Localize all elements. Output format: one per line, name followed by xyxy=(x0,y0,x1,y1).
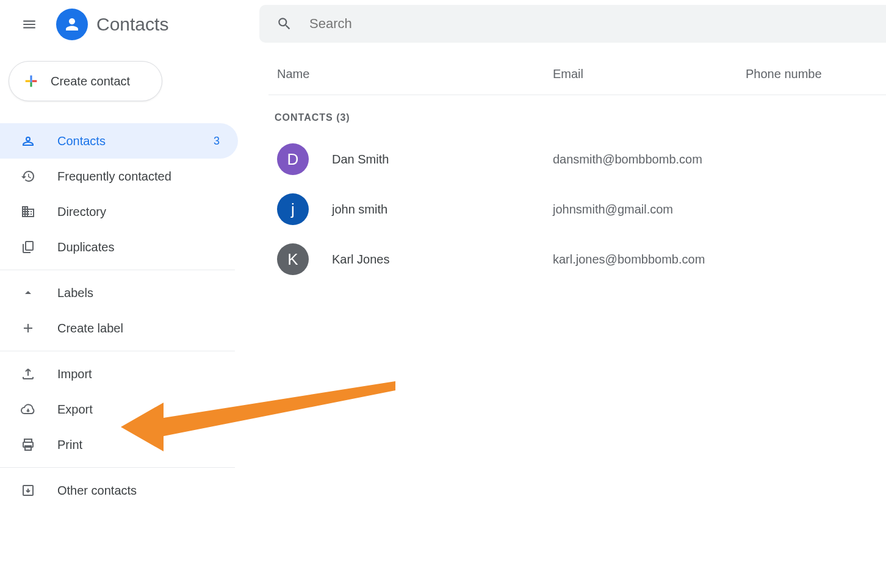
hamburger-icon xyxy=(21,16,37,32)
sidebar-action-export[interactable]: Export xyxy=(0,392,238,427)
avatar: D xyxy=(277,143,309,175)
person-icon xyxy=(63,15,81,34)
nav-list: Contacts 3 Frequently contacted Director… xyxy=(0,123,238,265)
hamburger-menu-button[interactable] xyxy=(15,10,44,39)
labels-header-label: Labels xyxy=(57,286,220,300)
person-outline-icon xyxy=(21,134,35,148)
divider xyxy=(0,351,235,351)
sidebar-item-other-contacts[interactable]: Other contacts xyxy=(0,473,238,508)
cloud-download-icon xyxy=(21,402,35,417)
chevron-up-icon xyxy=(21,285,35,300)
sidebar-action-import[interactable]: Import xyxy=(0,356,238,392)
search-icon xyxy=(276,16,292,32)
print-icon xyxy=(21,437,35,452)
contacts-logo xyxy=(56,9,88,40)
sidebar-item-contacts[interactable]: Contacts 3 xyxy=(0,123,238,159)
domain-icon xyxy=(21,204,35,219)
contact-email: karl.jones@bombbomb.com xyxy=(553,253,705,267)
main-content: Name Email Phone numbe CONTACTS (3) D Da… xyxy=(268,61,886,284)
copy-icon xyxy=(21,240,35,254)
sidebar-item-count: 3 xyxy=(214,135,220,148)
contact-name: Dan Smith xyxy=(332,152,553,167)
divider xyxy=(0,270,235,270)
column-header-email: Email xyxy=(553,67,746,81)
sidebar-item-frequently-contacted[interactable]: Frequently contacted xyxy=(0,159,238,194)
sidebar-item-label: Other contacts xyxy=(57,484,220,498)
sidebar-action-label: Export xyxy=(57,403,220,417)
archive-icon xyxy=(21,483,35,498)
create-contact-label: Create contact xyxy=(51,74,130,88)
sidebar-action-label: Import xyxy=(57,367,220,381)
labels-toggle[interactable]: Labels xyxy=(0,275,238,310)
contact-name: john smith xyxy=(332,203,553,217)
contact-row[interactable]: j john smith johnsmith@gmail.com xyxy=(268,184,886,234)
contact-email: dansmith@bombbomb.com xyxy=(553,152,702,167)
sidebar: Create contact Contacts 3 Frequently con… xyxy=(0,61,238,508)
search-bar[interactable] xyxy=(259,5,886,43)
column-header-phone: Phone numbe xyxy=(746,67,822,81)
create-label-button[interactable]: Create label xyxy=(0,310,238,346)
search-input[interactable] xyxy=(309,16,886,32)
sidebar-item-directory[interactable]: Directory xyxy=(0,194,238,229)
sidebar-action-label: Print xyxy=(57,438,220,452)
plus-icon xyxy=(23,73,40,90)
app-title: Contacts xyxy=(96,14,168,35)
contact-row[interactable]: K Karl Jones karl.jones@bombbomb.com xyxy=(268,234,886,284)
sidebar-item-label: Frequently contacted xyxy=(57,170,220,184)
column-header-name: Name xyxy=(277,67,553,81)
contact-email: johnsmith@gmail.com xyxy=(553,203,673,217)
sidebar-item-label: Directory xyxy=(57,205,220,219)
create-contact-button[interactable]: Create contact xyxy=(9,61,162,101)
plus-small-icon xyxy=(21,321,35,335)
create-label-label: Create label xyxy=(57,321,220,335)
divider xyxy=(0,467,235,468)
svg-rect-0 xyxy=(30,80,32,82)
svg-rect-1 xyxy=(26,242,33,250)
sidebar-item-label: Contacts xyxy=(57,134,214,148)
sidebar-item-label: Duplicates xyxy=(57,240,220,254)
sidebar-action-print[interactable]: Print xyxy=(0,427,238,462)
avatar: K xyxy=(277,243,309,275)
contact-name: Karl Jones xyxy=(332,253,553,267)
history-icon xyxy=(21,169,35,184)
upload-icon xyxy=(21,367,35,381)
section-label: CONTACTS (3) xyxy=(275,112,886,123)
sidebar-item-duplicates[interactable]: Duplicates xyxy=(0,229,238,265)
contact-row[interactable]: D Dan Smith dansmith@bombbomb.com xyxy=(268,134,886,184)
avatar: j xyxy=(277,193,309,225)
table-header-row: Name Email Phone numbe xyxy=(268,61,886,95)
